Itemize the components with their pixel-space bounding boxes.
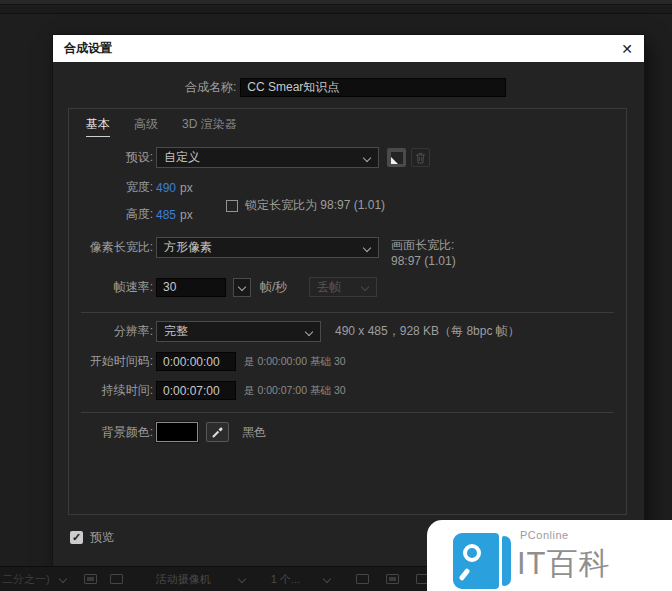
- preview-checkbox[interactable]: ✓: [70, 531, 83, 544]
- magnifier-icon: [463, 544, 481, 562]
- dialog-title: 合成设置: [64, 40, 112, 57]
- start-timecode-row: 开始时间码: 是 0:00:00:00 基础 30: [69, 352, 346, 371]
- app-menu-strip: [0, 6, 672, 14]
- preview-label: 预览: [90, 529, 114, 546]
- eyedropper-icon: [211, 426, 224, 439]
- duration-label: 持续时间:: [69, 382, 153, 399]
- tab-panel: 基本 高级 3D 渲染器 预设: 自定义: [68, 108, 627, 515]
- pixel-aspect-value: 方形像素: [164, 239, 212, 256]
- height-row: 高度: 485 px: [69, 206, 193, 223]
- resolution-select[interactable]: 完整: [156, 321, 321, 342]
- pixel-aspect-label: 像素长宽比:: [69, 239, 153, 256]
- composition-name-input[interactable]: [240, 78, 506, 97]
- frame-aspect-label: 画面长宽比:: [391, 237, 456, 253]
- start-timecode-label: 开始时间码:: [69, 353, 153, 370]
- tab-advanced[interactable]: 高级: [134, 116, 158, 137]
- start-timecode-input[interactable]: [156, 352, 236, 371]
- frame-rate-label: 帧速率:: [69, 279, 153, 296]
- app-background: 合成设置 ✕ 合成名称: 基本 高级 3D 渲染器 预设: 自定义: [0, 0, 672, 591]
- width-label: 宽度:: [69, 179, 153, 196]
- width-value[interactable]: 490: [156, 181, 176, 195]
- background-color-row: 背景颜色: 黑色: [69, 422, 266, 442]
- height-unit: px: [180, 208, 193, 222]
- chevron-down-icon[interactable]: [323, 575, 331, 583]
- save-preset-button[interactable]: [387, 148, 406, 167]
- close-icon[interactable]: ✕: [621, 42, 633, 56]
- tab-basic[interactable]: 基本: [86, 116, 110, 137]
- start-timecode-info: 是 0:00:00:00 基础 30: [244, 355, 346, 369]
- logo-page-shape: [502, 536, 511, 586]
- chevron-down-icon: [363, 244, 371, 252]
- transparency-grid-icon[interactable]: [110, 574, 123, 584]
- height-label: 高度:: [69, 206, 153, 223]
- eyedropper-button[interactable]: [206, 422, 229, 442]
- width-unit: px: [180, 181, 193, 195]
- preset-row: 预设: 自定义: [69, 147, 626, 168]
- chevron-down-icon: [305, 328, 313, 336]
- drop-frame-select: 丢帧: [309, 277, 377, 297]
- logo-book-shape: [453, 533, 499, 589]
- check-icon: ✓: [72, 531, 81, 544]
- pconline-logo-icon: [453, 533, 511, 591]
- frame-aspect-info: 画面长宽比: 98:97 (1.01): [391, 237, 456, 269]
- composition-settings-dialog: 合成设置 ✕ 合成名称: 基本 高级 3D 渲染器 预设: 自定义: [53, 35, 644, 566]
- chevron-down-icon[interactable]: [59, 575, 67, 583]
- frame-rate-input[interactable]: [156, 278, 226, 297]
- tab-bar: 基本 高级 3D 渲染器: [86, 116, 237, 137]
- chevron-down-icon[interactable]: [238, 575, 246, 583]
- preset-value: 自定义: [164, 149, 200, 166]
- magnification-value[interactable]: 二分之一): [2, 572, 50, 587]
- pixel-aspect-row: 像素长宽比: 方形像素: [69, 237, 379, 258]
- frame-rate-dropdown-button[interactable]: [233, 278, 251, 297]
- watermark-title: IT百科: [517, 543, 611, 585]
- tab-3d-renderer[interactable]: 3D 渲染器: [182, 116, 237, 137]
- trash-icon: [415, 152, 426, 164]
- watermark-card: PConline IT百科: [427, 520, 672, 591]
- background-color-swatch[interactable]: [156, 422, 198, 442]
- height-value[interactable]: 485: [156, 208, 176, 222]
- lock-aspect-label: 锁定长宽比为 98:97 (1.01): [245, 197, 385, 214]
- composition-name-row: 合成名称:: [185, 78, 506, 97]
- resolution-info: 490 x 485，928 KB（每 8bpc 帧）: [335, 323, 520, 340]
- frame-rate-unit: 帧/秒: [260, 279, 287, 296]
- frame-rate-row: 帧速率: 帧/秒 丢帧: [69, 277, 377, 297]
- pixel-aspect-select[interactable]: 方形像素: [156, 237, 379, 258]
- duration-row: 持续时间: 是 0:00:07:00 基础 30: [69, 381, 346, 400]
- magnifier-handle: [459, 568, 471, 581]
- delete-preset-button[interactable]: [411, 148, 430, 167]
- resolution-value: 完整: [164, 323, 188, 340]
- save-preset-icon: [391, 152, 403, 164]
- resolution-label: 分辨率:: [69, 323, 153, 340]
- pixel-aspect-correction-icon[interactable]: [356, 574, 369, 584]
- region-of-interest-icon[interactable]: [84, 574, 97, 584]
- active-camera-select[interactable]: 活动摄像机: [156, 572, 211, 587]
- preset-select[interactable]: 自定义: [156, 147, 379, 168]
- width-row: 宽度: 490 px: [69, 179, 626, 196]
- chevron-down-icon: [361, 283, 369, 291]
- watermark-brand: PConline: [520, 529, 569, 541]
- resolution-row: 分辨率: 完整 490 x 485，928 KB（每 8bpc 帧）: [69, 321, 520, 342]
- app-top-strip: [0, 0, 672, 5]
- fast-previews-icon[interactable]: [386, 574, 399, 584]
- composition-name-label: 合成名称:: [185, 79, 236, 96]
- chevron-down-icon: [363, 154, 371, 162]
- lock-aspect-row: 锁定长宽比为 98:97 (1.01): [226, 197, 385, 214]
- preset-label: 预设:: [69, 149, 153, 166]
- separator: [81, 312, 614, 313]
- frame-aspect-value: 98:97 (1.01): [391, 253, 456, 269]
- lock-aspect-checkbox[interactable]: [226, 200, 238, 212]
- drop-frame-value: 丢帧: [317, 279, 341, 296]
- duration-input[interactable]: [156, 381, 236, 400]
- separator: [81, 412, 614, 413]
- view-count-select[interactable]: 1 个...: [271, 572, 300, 587]
- background-color-name: 黑色: [242, 424, 266, 441]
- chevron-down-icon: [238, 283, 246, 291]
- dialog-titlebar: 合成设置 ✕: [53, 35, 644, 62]
- duration-info: 是 0:00:07:00 基础 30: [244, 384, 346, 398]
- background-color-label: 背景颜色:: [69, 424, 153, 441]
- preview-row: ✓ 预览: [70, 529, 114, 546]
